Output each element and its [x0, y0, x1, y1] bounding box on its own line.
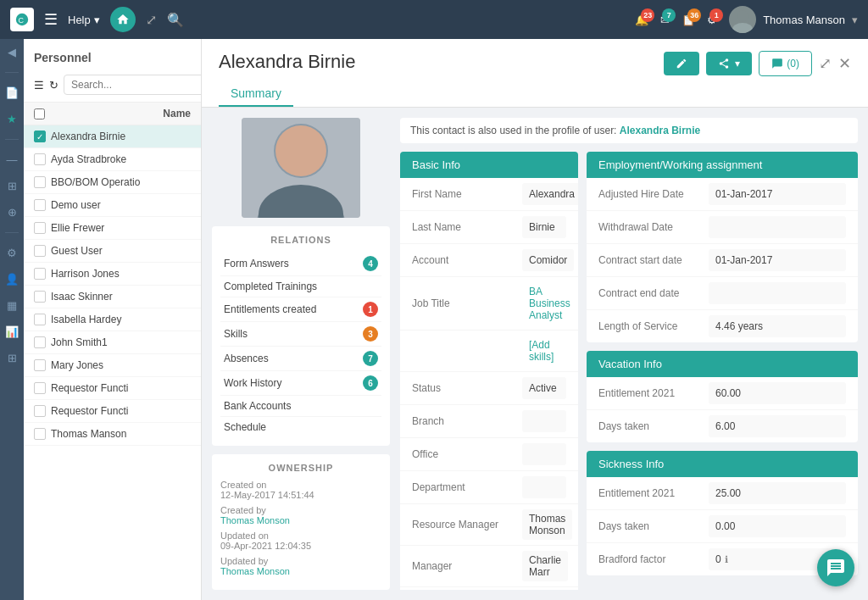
sickness-entitlement-row: Entitlement 2021 25.00: [587, 477, 858, 510]
sidebar-item-checkbox[interactable]: [34, 314, 46, 325]
mini-nav-docs[interactable]: 📄: [5, 86, 19, 99]
relation-absences[interactable]: Absences 7: [220, 347, 381, 371]
sidebar-item-label: Mary Jones: [51, 359, 103, 371]
mini-nav-star[interactable]: ★: [7, 113, 17, 125]
comment-button[interactable]: (0): [759, 51, 812, 76]
sidebar-item[interactable]: Mary Jones: [24, 354, 201, 377]
relation-form-answers[interactable]: Form Answers 4: [220, 252, 381, 276]
sidebar-refresh-icon[interactable]: ↻: [49, 79, 58, 92]
info-icon[interactable]: ℹ: [725, 554, 728, 565]
sidebar-item-checkbox[interactable]: [34, 268, 46, 280]
sidebar-item-checkbox[interactable]: [34, 359, 46, 371]
svg-point-3: [732, 23, 753, 33]
ownership-title: OWNERSHIP: [220, 463, 381, 473]
length-service-row: Length of Service 4.46 years: [587, 310, 858, 342]
sidebar-item[interactable]: Isaac Skinner: [24, 286, 201, 308]
sidebar-item-checkbox[interactable]: [34, 199, 46, 211]
mini-nav-settings[interactable]: ⚙: [7, 247, 17, 259]
sidebar-filter-icon[interactable]: ☰: [34, 79, 44, 92]
search-input[interactable]: [64, 75, 202, 95]
relation-entitlements[interactable]: Entitlements created 1: [220, 297, 381, 322]
mini-nav-table[interactable]: ▦: [7, 299, 17, 312]
relation-schedule[interactable]: Schedule: [220, 417, 381, 437]
sidebar-item[interactable]: Requestor Functi: [24, 400, 201, 423]
mini-nav-person[interactable]: 👤: [5, 273, 19, 286]
basic-info-header: Basic Info: [400, 152, 578, 178]
region-code-row: Region Code Germany: [400, 587, 578, 590]
sidebar-item[interactable]: ✓ Alexandra Birnie: [24, 125, 201, 148]
chatbot-button[interactable]: [817, 549, 854, 586]
search-icon[interactable]: 🔍: [167, 12, 184, 28]
mini-nav-dash[interactable]: —: [7, 153, 18, 166]
relation-bank-accounts[interactable]: Bank Accounts: [220, 396, 381, 417]
sidebar-item-checkbox[interactable]: [34, 405, 46, 417]
menu-icon[interactable]: ☰: [44, 10, 58, 29]
sidebar-item-checkbox[interactable]: [34, 245, 46, 257]
sidebar-toolbar: ☰ ↻: [24, 71, 201, 103]
messages-icon[interactable]: ✉ 7: [660, 14, 670, 26]
sidebar-item-checkbox[interactable]: [34, 428, 46, 440]
sidebar-item[interactable]: Harrison Jones: [24, 263, 201, 286]
ownership-created-by: Created by Thomas Monson: [220, 505, 381, 525]
app-logo[interactable]: C: [10, 8, 34, 31]
divider: [5, 72, 19, 73]
adjusted-hire-row: Adjusted Hire Date 01-Jan-2017: [587, 178, 858, 211]
svg-point-2: [737, 10, 748, 22]
ownership-updated-on: Updated on 09-Apr-2021 12:04:35: [220, 531, 381, 551]
sidebar-item[interactable]: John Smith1: [24, 331, 201, 354]
sidebar-item[interactable]: Thomas Manson: [24, 423, 201, 446]
sidebar-item[interactable]: Demo user: [24, 194, 201, 217]
sidebar-item[interactable]: Ayda Stradbroke: [24, 148, 201, 171]
sidebar-item[interactable]: Requestor Functi: [24, 377, 201, 400]
sidebar-item[interactable]: Guest User: [24, 240, 201, 263]
ownership-section: OWNERSHIP Created on 12-May-2017 14:51:4…: [212, 454, 390, 590]
sidebar-item[interactable]: Isabella Hardey: [24, 308, 201, 331]
mini-nav-collapse[interactable]: ◀: [8, 46, 16, 58]
edit-button[interactable]: [664, 52, 699, 75]
sidebar-item-checkbox[interactable]: [34, 222, 46, 234]
sidebar-item-checkbox[interactable]: [34, 382, 46, 394]
select-all-checkbox[interactable]: [34, 108, 45, 119]
sidebar-items: ✓ Alexandra Birnie Ayda Stradbroke BBO/B…: [24, 125, 201, 600]
sidebar-item-checkbox[interactable]: [34, 176, 46, 188]
sidebar-item-checkbox[interactable]: [34, 153, 46, 165]
expand-icon[interactable]: ⤢: [146, 12, 157, 28]
fullscreen-button[interactable]: ⤢: [819, 54, 832, 73]
mini-nav-add[interactable]: ⊕: [8, 206, 17, 219]
avatar: [729, 6, 756, 33]
sickness-card: Sickness Info Entitlement 2021 25.00 Day…: [587, 451, 858, 575]
page-title: Alexandra Birnie: [219, 51, 355, 73]
tab-summary[interactable]: Summary: [219, 81, 293, 107]
contract-start-row: Contract start date 01-Jan-2017: [587, 244, 858, 277]
svg-text:C: C: [19, 16, 25, 25]
mini-nav-grid[interactable]: ⊞: [8, 180, 17, 192]
relations-section: RELATIONS Form Answers 4 Completed Train…: [212, 226, 390, 446]
sidebar: Personnel ☰ ↻ Name ✓ Alexandra Birnie Ay…: [24, 39, 202, 600]
content-header-left: Alexandra Birnie Summary: [219, 51, 355, 107]
user-menu[interactable]: Thomas Manson ▾: [729, 6, 858, 33]
tasks-icon[interactable]: 📋 36: [682, 14, 695, 26]
ownership-updated-by: Updated by Thomas Monson: [220, 556, 381, 576]
sidebar-item-checkbox[interactable]: [34, 336, 46, 348]
close-button[interactable]: ✕: [838, 54, 851, 73]
mini-nav-apps[interactable]: ⊞: [8, 352, 17, 364]
info-notice-link[interactable]: Alexandra Birnie: [620, 125, 700, 136]
job-title-row: Job Title BA Business Analyst: [400, 277, 578, 331]
sickness-header: Sickness Info: [587, 451, 858, 477]
relation-completed-trainings[interactable]: Completed Trainings: [220, 276, 381, 297]
share-button[interactable]: ▾: [706, 52, 752, 75]
home-button[interactable]: [110, 7, 136, 32]
sidebar-item-checkbox[interactable]: [34, 291, 46, 303]
sidebar-item[interactable]: BBO/BOM Operatio: [24, 171, 201, 194]
relation-skills[interactable]: Skills 3: [220, 322, 381, 347]
notifications-icon[interactable]: 🔔 23: [635, 14, 648, 26]
mini-nav-chart[interactable]: 📊: [5, 325, 19, 338]
sidebar-item[interactable]: Ellie Frewer: [24, 217, 201, 240]
help-menu[interactable]: Help ▾: [68, 14, 100, 26]
sidebar-item-label: Thomas Manson: [51, 428, 126, 440]
sidebar-item-checkbox[interactable]: ✓: [34, 131, 46, 142]
settings-icon[interactable]: ⚙ 1: [707, 14, 717, 26]
relation-work-history[interactable]: Work History 6: [220, 371, 381, 396]
sidebar-item-label: Ayda Stradbroke: [51, 153, 126, 165]
info-notice: This contact is also used in the profile…: [400, 118, 858, 143]
